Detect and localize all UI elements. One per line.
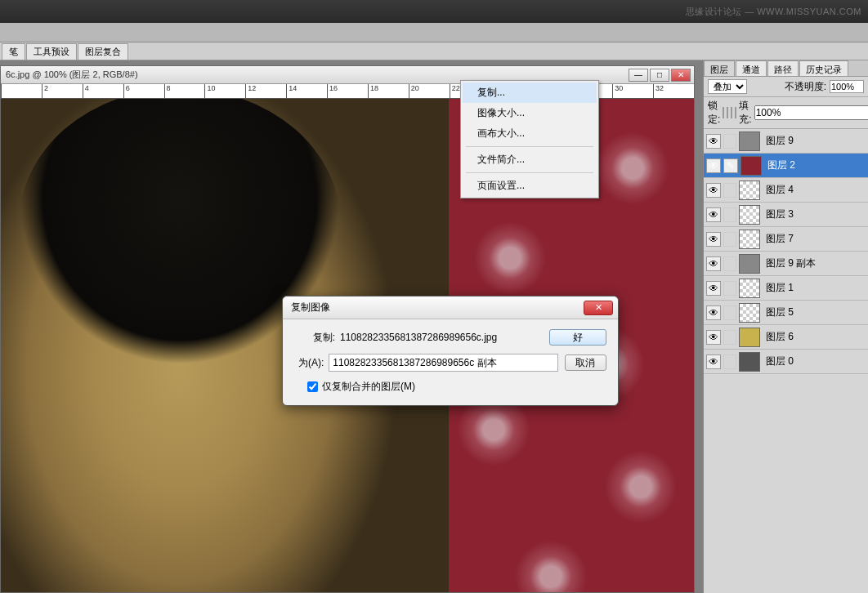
as-label: 为(A): — [294, 356, 329, 370]
fill-input[interactable] — [754, 105, 868, 120]
layer-row[interactable]: 👁图层 9 — [704, 129, 868, 154]
merge-checkbox[interactable] — [307, 381, 318, 392]
link-slot[interactable] — [723, 256, 736, 271]
layer-name[interactable]: 图层 9 — [763, 134, 794, 148]
merge-checkbox-row[interactable]: 仅复制合并的图层(M) — [294, 380, 606, 394]
layer-thumbnail[interactable] — [739, 205, 760, 225]
blend-mode-select[interactable]: 叠加 — [708, 79, 747, 94]
dialog-body: 复制: 11082823356813872869896​56c.jpg 好 为(… — [283, 319, 618, 405]
watermark-text: 思缘设计论坛 — WWW.MISSYUAN.COM — [686, 6, 861, 18]
ruler-tick: 16 — [327, 84, 368, 98]
as-input[interactable] — [329, 354, 557, 372]
layer-row[interactable]: 👁✎图层 2 — [704, 154, 868, 178]
layer-name[interactable]: 图层 7 — [763, 232, 794, 246]
copy-value: 11082823356813872869896​56c.jpg — [340, 332, 543, 343]
layer-name[interactable]: 图层 1 — [763, 281, 794, 295]
layer-row[interactable]: 👁图层 1 — [704, 276, 868, 301]
visibility-toggle[interactable]: 👁 — [706, 354, 721, 369]
link-slot[interactable]: ✎ — [723, 158, 738, 173]
link-slot[interactable] — [723, 330, 736, 345]
maximize-button[interactable]: □ — [650, 69, 669, 82]
ruler-tick: 14 — [286, 84, 327, 98]
lock-transparency-icon[interactable] — [723, 107, 724, 118]
context-menu-item[interactable]: 文件简介... — [463, 149, 597, 170]
link-slot[interactable] — [723, 207, 736, 222]
dialog-titlebar[interactable]: 复制图像 ✕ — [283, 296, 618, 319]
ok-button[interactable]: 好 — [549, 329, 606, 346]
duplicate-image-dialog: 复制图像 ✕ 复制: 11082823356813872869896​56c.j… — [282, 296, 619, 406]
dialog-close-button[interactable]: ✕ — [584, 301, 613, 315]
visibility-toggle[interactable]: 👁 — [706, 183, 721, 198]
layer-thumbnail[interactable] — [740, 156, 762, 176]
fill-label: 填充: — [739, 99, 751, 127]
layer-row[interactable]: 👁图层 9 副本 — [704, 252, 868, 276]
layer-name[interactable]: 图层 6 — [763, 330, 794, 344]
link-slot[interactable] — [723, 305, 736, 320]
opacity-input[interactable] — [830, 80, 864, 93]
copy-label: 复制: — [294, 331, 340, 345]
ruler-tick: 10 — [204, 84, 245, 98]
secondary-tab[interactable]: 图层复合 — [78, 43, 128, 60]
visibility-toggle[interactable]: 👁 — [706, 256, 721, 271]
layer-options-row: 叠加 不透明度: — [704, 77, 868, 97]
panel-tab[interactable]: 历史记录 — [799, 60, 848, 76]
lock-pixels-icon[interactable] — [727, 107, 728, 118]
lock-label: 锁定: — [708, 99, 720, 127]
link-slot[interactable] — [723, 232, 736, 247]
layer-thumbnail[interactable] — [739, 352, 760, 372]
secondary-tab[interactable]: 工具预设 — [26, 43, 77, 60]
cancel-button[interactable]: 取消 — [565, 354, 606, 371]
layer-thumbnail[interactable] — [739, 279, 760, 298]
layer-row[interactable]: 👁图层 6 — [704, 325, 868, 350]
ruler-tick: 18 — [368, 84, 409, 98]
layer-name[interactable]: 图层 3 — [763, 207, 794, 221]
visibility-toggle[interactable]: 👁 — [706, 330, 721, 345]
context-menu-item[interactable]: 复制... — [463, 82, 597, 103]
layer-name[interactable]: 图层 9 副本 — [763, 256, 816, 270]
layer-thumbnail[interactable] — [739, 181, 760, 200]
layer-row[interactable]: 👁图层 3 — [704, 203, 868, 227]
ruler-tick — [1, 84, 42, 98]
layer-name[interactable]: 图层 2 — [764, 158, 795, 172]
layer-row[interactable]: 👁图层 5 — [704, 301, 868, 325]
visibility-toggle[interactable]: 👁 — [706, 134, 721, 149]
panel-tab[interactable]: 路径 — [767, 60, 799, 76]
context-menu[interactable]: 复制...图像大小...画布大小...文件简介...页面设置... — [460, 80, 599, 198]
context-menu-item[interactable]: 画布大小... — [463, 123, 597, 144]
opacity-label: 不透明度: — [785, 80, 826, 94]
layer-thumbnail[interactable] — [739, 132, 760, 151]
layer-name[interactable]: 图层 0 — [763, 354, 794, 368]
lock-all-icon[interactable] — [735, 107, 736, 118]
visibility-toggle[interactable]: 👁 — [706, 281, 721, 296]
visibility-toggle[interactable]: 👁 — [706, 207, 721, 222]
layer-thumbnail[interactable] — [739, 254, 760, 274]
link-slot[interactable] — [723, 281, 736, 296]
link-slot[interactable] — [723, 354, 736, 369]
layer-row[interactable]: 👁图层 7 — [704, 227, 868, 252]
context-menu-item[interactable]: 页面设置... — [463, 176, 597, 196]
layer-name[interactable]: 图层 4 — [763, 183, 794, 197]
visibility-toggle[interactable]: 👁 — [706, 232, 721, 247]
menu-separator — [466, 146, 593, 147]
panel-tab[interactable]: 通道 — [736, 60, 767, 76]
ruler-tick: 8 — [164, 84, 205, 98]
layer-name[interactable]: 图层 5 — [763, 305, 794, 319]
close-button[interactable]: ✕ — [671, 69, 691, 82]
layer-thumbnail[interactable] — [739, 328, 760, 347]
layer-row[interactable]: 👁图层 4 — [704, 178, 868, 203]
link-slot[interactable] — [723, 183, 736, 198]
lock-position-icon[interactable] — [731, 107, 732, 118]
options-bar — [0, 23, 868, 42]
ruler-tick: 6 — [123, 84, 164, 98]
layer-thumbnail[interactable] — [739, 230, 760, 249]
ruler-tick: 20 — [409, 84, 450, 98]
layer-thumbnail[interactable] — [739, 303, 760, 323]
visibility-toggle[interactable]: 👁 — [706, 158, 721, 173]
layer-row[interactable]: 👁图层 0 — [704, 350, 868, 374]
link-slot[interactable] — [723, 134, 736, 149]
context-menu-item[interactable]: 图像大小... — [463, 103, 597, 123]
minimize-button[interactable]: — — [629, 69, 648, 82]
visibility-toggle[interactable]: 👁 — [706, 305, 721, 320]
secondary-tab[interactable]: 笔 — [2, 43, 25, 60]
panel-tab[interactable]: 图层 — [704, 60, 735, 76]
